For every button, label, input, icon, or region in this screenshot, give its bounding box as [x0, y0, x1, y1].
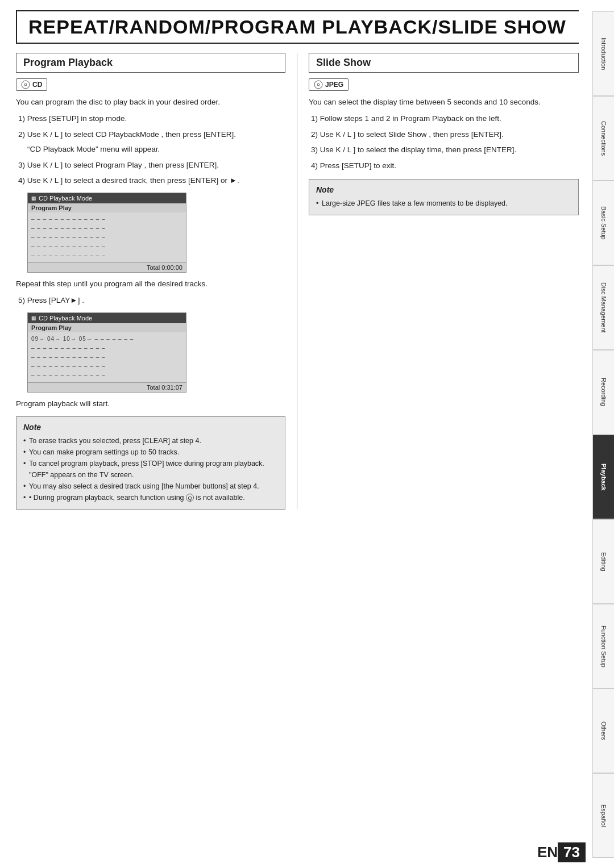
screen1-footer: Total 0:00:00 [28, 262, 186, 272]
svg-point-2 [314, 81, 322, 89]
screen2-row4: – – – – – – – – – – – – – [31, 371, 182, 380]
page-number-area: EN 73 [537, 842, 586, 862]
slide-step-2: 2) Use K / L ] to select Slide Show , th… [309, 128, 579, 141]
screen1-titlebar: ▦ CD Playback Mode [28, 193, 186, 203]
screen1-body: – – – – – – – – – – – – – – – – – – – – … [28, 212, 186, 262]
slide-show-section: Slide Show JPEG You can select the displ… [297, 53, 579, 510]
slide-step-3: 3) Use K / L ] to select the display tim… [309, 144, 579, 156]
sidebar-tab-disc-management[interactable]: Disc Management [592, 265, 614, 350]
sidebar-tab-function-setup[interactable]: Function Setup [592, 604, 614, 688]
screen2-titlebar: ▦ CD Playback Mode [28, 313, 186, 323]
jpeg-badge: JPEG [309, 78, 349, 91]
step-5: 5) Press [PLAY►] . [16, 294, 285, 307]
program-playback-note: Note To erase tracks you selected, press… [16, 416, 285, 510]
page-title: REPEAT/RANDOM/PROGRAM PLAYBACK/SLIDE SHO… [28, 16, 567, 38]
svg-point-3 [317, 84, 320, 86]
screen1-row2: – – – – – – – – – – – – – [31, 233, 182, 242]
sidebar-tab-recording[interactable]: Recording [592, 350, 614, 435]
screen1-row0: – – – – – – – – – – – – – [31, 215, 182, 224]
start-text: Program playback will start. [16, 398, 285, 410]
jpeg-icon [314, 80, 323, 89]
sidebar-tab-introduction[interactable]: Introduction [592, 11, 614, 96]
screen2-row1: – – – – – – – – – – – – – [31, 344, 182, 353]
screen1-row1: – – – – – – – – – – – – – [31, 224, 182, 233]
step-1: 1) Press [SETUP] in stop mode. [16, 112, 285, 125]
search-function-icon: Q [186, 494, 194, 502]
cd-icon [21, 80, 30, 89]
screen2-row2: – – – – – – – – – – – – – [31, 353, 182, 362]
step-2-indent: “CD Playback Mode” menu will appear. [16, 144, 285, 155]
note-item-4: • During program playback, search functi… [23, 492, 278, 503]
step-2: 2) Use K / L ] to select CD PlaybackMode… [16, 128, 285, 141]
program-playback-intro: You can program the disc to play back in… [16, 97, 285, 108]
slide-step-1: 1) Follow steps 1 and 2 in Program Playb… [309, 112, 579, 125]
sidebar-tab-playback[interactable]: Playback [592, 435, 614, 519]
page-number: 73 [558, 842, 586, 862]
screen2-subtitle: Program Play [28, 323, 186, 332]
screen-mockup-1: ▦ CD Playback Mode Program Play – – – – … [27, 193, 186, 273]
sidebar-tab-editing[interactable]: Editing [592, 519, 614, 604]
screen2-row3: – – – – – – – – – – – – – [31, 362, 182, 371]
slide-show-intro: You can select the display time between … [309, 97, 579, 108]
screen1-row4: – – – – – – – – – – – – – [31, 251, 182, 260]
lang-label: EN [537, 844, 558, 861]
step-4: 4) Use K / L ] to select a desired track… [16, 174, 285, 187]
sidebar-tab-basic-setup[interactable]: Basic Setup [592, 181, 614, 265]
screen1-title: CD Playback Mode [39, 195, 92, 202]
note-item-1: You can make program settings up to 50 t… [23, 446, 278, 458]
note-item-3: You may also select a desired track usin… [23, 481, 278, 492]
svg-point-0 [22, 81, 30, 89]
repeat-text: Repeat this step until you program all t… [16, 278, 285, 290]
screen1-subtitle: Program Play [28, 203, 186, 212]
screen2-footer: Total 0:31:07 [28, 382, 186, 392]
svg-point-1 [24, 84, 27, 86]
slide-step-4: 4) Press [SETUP] to exit. [309, 160, 579, 172]
sidebar-tab-espanol[interactable]: Español [592, 773, 614, 858]
step-3: 3) Use K / L ] to select Program Play , … [16, 159, 285, 172]
page-header: REPEAT/RANDOM/PROGRAM PLAYBACK/SLIDE SHO… [16, 10, 579, 44]
program-playback-title: Program Playback [16, 53, 285, 73]
right-sidebar: Introduction Connections Basic Setup Dis… [592, 11, 614, 858]
screen2-title: CD Playback Mode [39, 315, 92, 322]
screen-mockup-2: ▦ CD Playback Mode Program Play 09→ 04→ … [27, 312, 186, 393]
screen2-row0: 09→ 04→ 10→ 05→ – – – – – – – [31, 335, 182, 344]
cd-label: CD [32, 81, 42, 89]
program-playback-section: Program Playback CD You can program the … [16, 53, 297, 510]
screen2-body: 09→ 04→ 10→ 05→ – – – – – – – – – – – – … [28, 332, 186, 382]
note-item-2: To cancel program playback, press [STOP]… [23, 458, 278, 481]
slide-show-title: Slide Show [309, 53, 579, 73]
note-title-2: Note [316, 185, 571, 194]
note-title-1: Note [23, 423, 278, 432]
cd-badge: CD [16, 78, 47, 91]
note-item-0: To erase tracks you selected, press [CLE… [23, 435, 278, 446]
sidebar-tab-connections[interactable]: Connections [592, 96, 614, 181]
slide-note-item-0: Large-size JPEG files take a few moments… [316, 198, 571, 209]
screen1-row3: – – – – – – – – – – – – – [31, 242, 182, 251]
sidebar-tab-others[interactable]: Others [592, 688, 614, 773]
slide-show-note: Note Large-size JPEG files take a few mo… [309, 179, 579, 215]
jpeg-label: JPEG [325, 81, 343, 89]
